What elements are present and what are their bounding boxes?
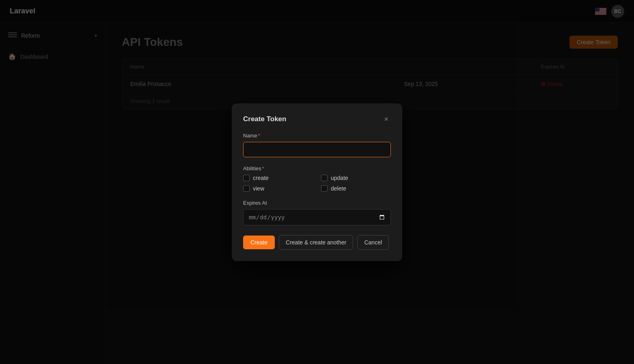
ability-update-checkbox[interactable] [321, 175, 328, 181]
modal-footer: Create Create & create another Cancel [243, 235, 391, 250]
abilities-label: Abilities* [243, 165, 391, 171]
name-field-group: Name* [243, 133, 391, 157]
expires-at-label: Expires At [243, 200, 391, 206]
ability-create[interactable]: create [243, 175, 313, 181]
required-star: * [258, 133, 260, 139]
ability-delete-checkbox[interactable] [321, 185, 328, 192]
ability-update-label: update [331, 175, 348, 181]
abilities-required-star: * [262, 165, 264, 171]
modal-close-button[interactable]: × [382, 115, 391, 124]
modal-overlay[interactable]: Create Token × Name* Abilities* create [0, 0, 634, 364]
ability-create-label: create [253, 175, 269, 181]
modal-header: Create Token × [243, 115, 391, 124]
abilities-grid: create update view delete [243, 175, 391, 192]
cancel-button[interactable]: Cancel [357, 235, 389, 250]
ability-view[interactable]: view [243, 185, 313, 192]
modal-title: Create Token [243, 115, 286, 123]
ability-delete[interactable]: delete [321, 185, 391, 192]
ability-view-label: view [253, 185, 264, 192]
abilities-field-group: Abilities* create update view delete [243, 165, 391, 192]
name-label: Name* [243, 133, 391, 139]
expires-at-field-group: Expires At [243, 200, 391, 225]
create-token-modal: Create Token × Name* Abilities* create [232, 103, 402, 261]
token-name-input[interactable] [243, 142, 391, 157]
ability-update[interactable]: update [321, 175, 391, 181]
ability-create-checkbox[interactable] [243, 175, 250, 181]
expires-at-input[interactable] [243, 209, 391, 225]
create-button[interactable]: Create [243, 236, 275, 249]
ability-delete-label: delete [331, 185, 346, 192]
create-another-button[interactable]: Create & create another [279, 235, 353, 250]
ability-view-checkbox[interactable] [243, 185, 250, 192]
